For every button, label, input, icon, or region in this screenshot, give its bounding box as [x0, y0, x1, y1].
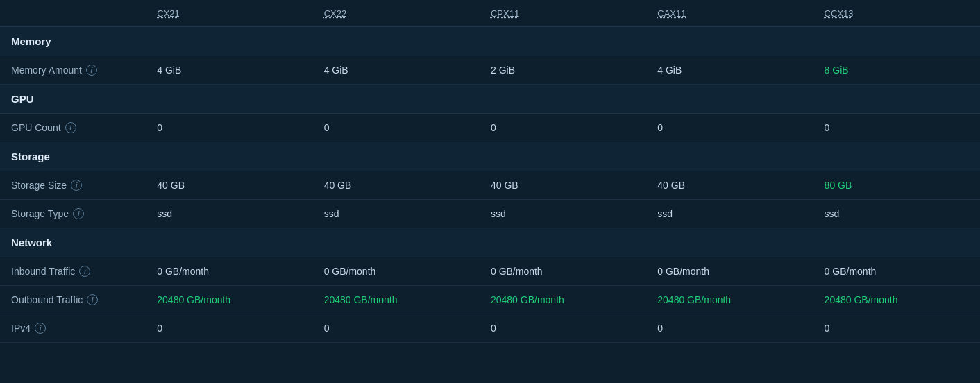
value-cell: 0 — [813, 114, 980, 142]
value-cell: 8 GiB — [813, 56, 980, 85]
header-row: CX21 CX22 CPX11 CAX11 CCX13 — [0, 0, 980, 26]
value-cell: ssd — [480, 200, 646, 228]
value-cell: 0 — [480, 114, 646, 142]
value-cell: 4 GiB — [313, 56, 480, 85]
value-cell: 0 GB/month — [146, 257, 312, 286]
header-ccx13[interactable]: CCX13 — [813, 0, 980, 26]
value-cell: 0 — [813, 314, 980, 343]
section-header-network: Network — [0, 228, 980, 257]
comparison-table: CX21 CX22 CPX11 CAX11 CCX13 MemoryMemory… — [0, 0, 980, 343]
row-label-cell: IPv4i — [0, 314, 146, 343]
row-label: Inbound Traffici — [11, 266, 135, 277]
value-cell: 40 GB — [313, 171, 480, 200]
section-header-storage: Storage — [0, 142, 980, 171]
row-label: Memory Amounti — [11, 65, 135, 76]
header-cax11[interactable]: CAX11 — [646, 0, 813, 26]
value-cell: 20480 GB/month — [480, 286, 646, 314]
section-title: Storage — [0, 142, 980, 171]
info-icon[interactable]: i — [86, 65, 97, 76]
section-header-gpu: GPU — [0, 85, 980, 114]
value-cell: 80 GB — [813, 171, 980, 200]
row-label: Outbound Traffici — [11, 294, 135, 305]
table-row: Storage Typeissdssdssdssdssd — [0, 200, 980, 228]
value-cell: 0 GB/month — [646, 257, 813, 286]
section-title: GPU — [0, 85, 980, 114]
info-icon[interactable]: i — [79, 266, 90, 277]
header-cx22[interactable]: CX22 — [313, 0, 480, 26]
value-cell: 20480 GB/month — [646, 286, 813, 314]
info-icon[interactable]: i — [65, 122, 76, 133]
value-cell: 0 — [480, 314, 646, 343]
row-label-cell: Storage Typei — [0, 200, 146, 228]
value-cell: 0 GB/month — [313, 257, 480, 286]
label-text: Storage Type — [11, 208, 69, 219]
row-label: Storage Sizei — [11, 180, 135, 191]
table-row: Storage Sizei40 GB40 GB40 GB40 GB80 GB — [0, 171, 980, 200]
row-label: IPv4i — [11, 323, 135, 334]
table-row: Outbound Traffici20480 GB/month20480 GB/… — [0, 286, 980, 314]
header-cpx11[interactable]: CPX11 — [480, 0, 646, 26]
value-cell: 0 — [313, 114, 480, 142]
row-label-cell: GPU Counti — [0, 114, 146, 142]
value-cell: 40 GB — [646, 171, 813, 200]
value-cell: 4 GiB — [646, 56, 813, 85]
table-row: Inbound Traffici0 GB/month0 GB/month0 GB… — [0, 257, 980, 286]
value-cell: 0 — [146, 314, 312, 343]
info-icon[interactable]: i — [87, 294, 98, 305]
value-cell: 2 GiB — [480, 56, 646, 85]
row-label-cell: Memory Amounti — [0, 56, 146, 85]
label-text: Outbound Traffic — [11, 294, 83, 305]
section-header-memory: Memory — [0, 26, 980, 56]
label-text: Memory Amount — [11, 65, 82, 76]
value-cell: 0 GB/month — [480, 257, 646, 286]
info-icon[interactable]: i — [73, 208, 84, 219]
value-cell: 40 GB — [146, 171, 312, 200]
label-text: GPU Count — [11, 122, 61, 133]
table-row: GPU Counti00000 — [0, 114, 980, 142]
table-row: IPv4i00000 — [0, 314, 980, 343]
info-icon[interactable]: i — [35, 323, 46, 334]
value-cell: ssd — [313, 200, 480, 228]
section-title: Memory — [0, 26, 980, 56]
row-label-cell: Outbound Traffici — [0, 286, 146, 314]
value-cell: 20480 GB/month — [313, 286, 480, 314]
value-cell: 4 GiB — [146, 56, 312, 85]
value-cell: 0 — [646, 114, 813, 142]
value-cell: ssd — [146, 200, 312, 228]
value-cell: 0 — [146, 114, 312, 142]
header-label-col — [0, 0, 146, 26]
info-icon[interactable]: i — [71, 180, 82, 191]
table-row: Memory Amounti4 GiB4 GiB2 GiB4 GiB8 GiB — [0, 56, 980, 85]
row-label: Storage Typei — [11, 208, 135, 219]
value-cell: ssd — [813, 200, 980, 228]
value-cell: ssd — [646, 200, 813, 228]
row-label-cell: Inbound Traffici — [0, 257, 146, 286]
value-cell: 0 — [313, 314, 480, 343]
label-text: Storage Size — [11, 180, 67, 191]
value-cell: 20480 GB/month — [146, 286, 312, 314]
label-text: IPv4 — [11, 323, 31, 334]
value-cell: 0 GB/month — [813, 257, 980, 286]
label-text: Inbound Traffic — [11, 266, 75, 277]
value-cell: 0 — [646, 314, 813, 343]
value-cell: 20480 GB/month — [813, 286, 980, 314]
row-label-cell: Storage Sizei — [0, 171, 146, 200]
section-title: Network — [0, 228, 980, 257]
value-cell: 40 GB — [480, 171, 646, 200]
header-cx21[interactable]: CX21 — [146, 0, 312, 26]
row-label: GPU Counti — [11, 122, 135, 133]
